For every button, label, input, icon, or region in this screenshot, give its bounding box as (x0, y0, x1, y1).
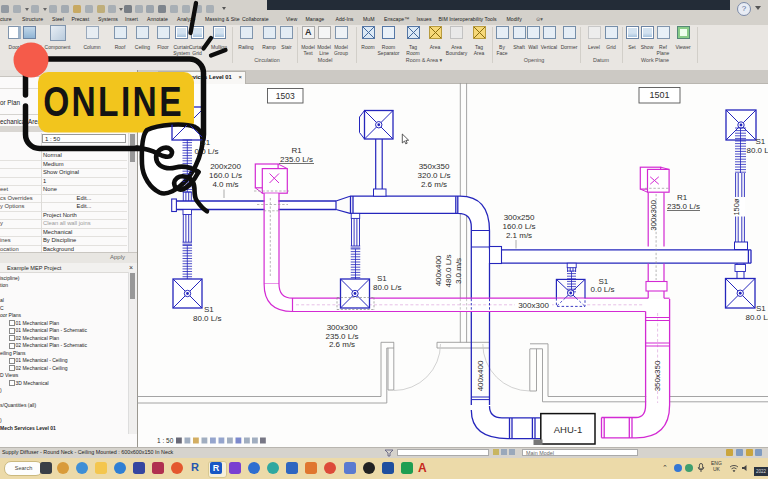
svg-text:0.0 L/s: 0.0 L/s (195, 147, 219, 156)
svg-text:ONLINE: ONLINE (43, 77, 184, 125)
